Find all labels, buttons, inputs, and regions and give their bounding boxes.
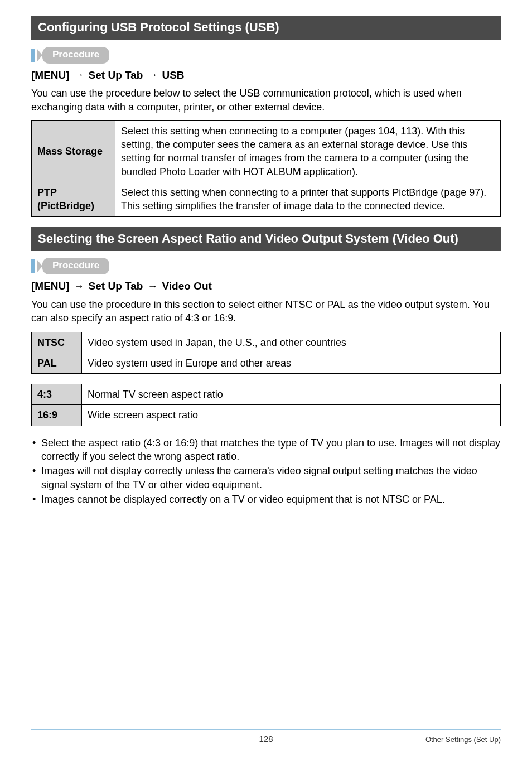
- menu-path-part: Set Up Tab: [89, 68, 143, 83]
- section-header-usb: Configuring USB Protocol Settings (USB): [31, 16, 501, 40]
- option-desc: Select this setting when connecting to a…: [115, 182, 501, 217]
- video-system-table: NTSC Video system used in Japan, the U.S…: [31, 332, 501, 374]
- menu-path-video-out: [MENU] → Set Up Tab → Video Out: [31, 279, 501, 293]
- option-desc: Wide screen aspect ratio: [82, 405, 501, 426]
- option-key: 16:9: [32, 405, 82, 426]
- arrow-icon: →: [147, 68, 157, 81]
- option-key: Mass Storage: [32, 120, 115, 182]
- list-item: Select the aspect ratio (4:3 or 16:9) th…: [31, 436, 501, 464]
- menu-path-usb: [MENU] → Set Up Tab → USB: [31, 68, 501, 83]
- table-row: PAL Video system used in Europe and othe…: [32, 353, 501, 373]
- table-row: 4:3 Normal TV screen aspect ratio: [32, 384, 501, 405]
- menu-path-part: Video Out: [162, 279, 211, 293]
- menu-path-part: USB: [162, 68, 184, 83]
- procedure-row: Procedure: [31, 47, 501, 64]
- option-desc: Video system used in Japan, the U.S., an…: [82, 332, 501, 353]
- section-header-video-out: Selecting the Screen Aspect Ratio and Vi…: [31, 227, 501, 252]
- option-key: 4:3: [32, 384, 82, 405]
- footer-divider: [31, 729, 501, 730]
- procedure-triangle-icon: [37, 259, 42, 273]
- menu-path-part: [MENU]: [31, 68, 70, 83]
- option-key: PTP (PictBridge): [32, 182, 115, 217]
- notes-list: Select the aspect ratio (4:3 or 16:9) th…: [31, 436, 501, 506]
- table-row: Mass Storage Select this setting when co…: [32, 120, 501, 182]
- procedure-accent-bar: [31, 49, 35, 62]
- procedure-accent-bar: [31, 259, 35, 273]
- option-key: NTSC: [32, 332, 82, 353]
- option-desc: Select this setting when connecting to a…: [115, 120, 501, 182]
- arrow-icon: →: [74, 279, 84, 293]
- menu-path-part: Set Up Tab: [89, 279, 143, 293]
- procedure-pill: Procedure: [42, 47, 109, 64]
- list-item: Images cannot be displayed correctly on …: [31, 493, 501, 506]
- table-row: 16:9 Wide screen aspect ratio: [32, 405, 501, 426]
- section-intro: You can use the procedure below to selec…: [31, 86, 501, 114]
- usb-options-table: Mass Storage Select this setting when co…: [31, 120, 501, 217]
- arrow-icon: →: [147, 279, 157, 293]
- menu-path-part: [MENU]: [31, 279, 70, 293]
- table-row: PTP (PictBridge) Select this setting whe…: [32, 182, 501, 217]
- procedure-row: Procedure: [31, 258, 501, 274]
- procedure-triangle-icon: [37, 49, 42, 62]
- page-footer: 128 Other Settings (Set Up): [31, 729, 501, 745]
- option-key: PAL: [32, 353, 82, 373]
- procedure-pill: Procedure: [42, 258, 109, 274]
- table-row: NTSC Video system used in Japan, the U.S…: [32, 332, 501, 353]
- list-item: Images will not display correctly unless…: [31, 464, 501, 491]
- option-desc: Video system used in Europe and other ar…: [82, 353, 501, 373]
- page-number: 128: [31, 734, 501, 745]
- section-intro: You can use the procedure in this sectio…: [31, 298, 501, 325]
- aspect-ratio-table: 4:3 Normal TV screen aspect ratio 16:9 W…: [31, 384, 501, 426]
- arrow-icon: →: [74, 68, 84, 81]
- option-desc: Normal TV screen aspect ratio: [82, 384, 501, 405]
